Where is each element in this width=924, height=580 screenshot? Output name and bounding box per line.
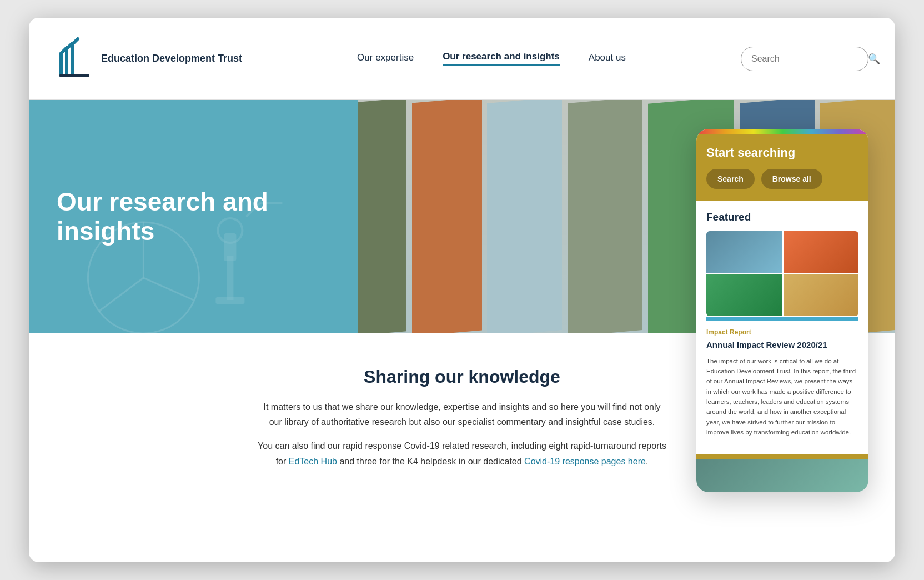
search-input[interactable] (751, 54, 862, 64)
mobile-buttons: Search Browse all (706, 169, 858, 189)
mobile-browse-button[interactable]: Browse all (761, 169, 822, 189)
browser-window: Education Development Trust Our expertis… (29, 18, 895, 562)
featured-image-1 (706, 231, 782, 273)
search-bar[interactable]: 🔍 (741, 47, 868, 71)
search-icon[interactable]: 🔍 (868, 53, 880, 65)
covid-link[interactable]: Covid-19 response pages here (524, 457, 646, 466)
mobile-search-title: Start searching (706, 146, 858, 160)
featured-image-4 (784, 274, 859, 316)
mobile-featured-images (706, 231, 858, 316)
svg-rect-4 (227, 256, 233, 300)
mobile-card-tag: Impact Report (706, 328, 858, 336)
mobile-featured-section: Featured (696, 201, 868, 321)
nav-about-us[interactable]: About us (589, 52, 626, 66)
sharing-desc-1: It matters to us that we share our knowl… (257, 399, 667, 429)
logo-area[interactable]: Education Development Trust (56, 37, 242, 81)
sharing-desc2-end: . (646, 457, 648, 466)
nav-links: Our expertise Our research and insights … (242, 51, 741, 66)
svg-line-2 (99, 278, 143, 311)
hero-left-panel: Our research and insights (29, 100, 358, 333)
navbar: Education Development Trust Our expertis… (29, 18, 895, 100)
main-content: Sharing our knowledge It matters to us t… (212, 333, 712, 496)
logo-icon (56, 37, 93, 81)
mobile-card-title: Annual Impact Review 2020/21 (706, 339, 858, 351)
nav-our-expertise[interactable]: Our expertise (357, 52, 414, 66)
mobile-search-section: Start searching Search Browse all (696, 134, 868, 201)
logo-text: Education Development Trust (101, 52, 242, 65)
nav-our-research[interactable]: Our research and insights (443, 51, 560, 66)
sharing-title: Sharing our knowledge (257, 367, 667, 387)
sharing-desc-2: You can also find our rapid response Cov… (257, 438, 667, 468)
sharing-desc2-mid: and three for the K4 helpdesk in our ded… (337, 457, 524, 466)
mobile-overlay-card: Start searching Search Browse all Featur… (696, 129, 868, 492)
featured-image-2 (784, 231, 859, 273)
edtech-hub-link[interactable]: EdTech Hub (289, 457, 337, 466)
rainbow-bar (696, 129, 868, 134)
mobile-bottom-image (696, 459, 868, 492)
mobile-bottom-gold-bar (696, 454, 868, 459)
mobile-card-content: Impact Report Annual Impact Review 2020/… (696, 321, 868, 447)
hero-title: Our research and insights (57, 187, 330, 246)
mobile-featured-title: Featured (706, 211, 858, 223)
mobile-card-desc: The impact of our work is critical to al… (706, 356, 858, 438)
featured-image-3 (706, 274, 782, 316)
svg-rect-5 (215, 297, 244, 304)
mobile-search-button[interactable]: Search (706, 169, 755, 189)
svg-line-3 (143, 278, 193, 300)
